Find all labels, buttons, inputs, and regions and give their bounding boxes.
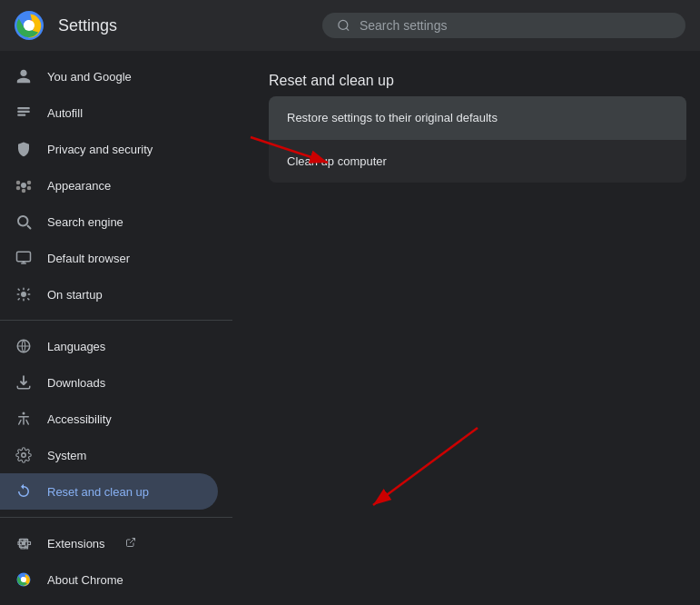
sidebar-divider bbox=[0, 320, 232, 321]
svg-point-14 bbox=[18, 216, 28, 226]
main-content: Reset and clean up Restore settings to t… bbox=[232, 51, 700, 605]
sidebar-item-search-engine[interactable]: Search engine bbox=[0, 203, 218, 240]
sidebar-item-about-chrome[interactable]: About Chrome bbox=[0, 561, 218, 598]
svg-point-22 bbox=[22, 453, 26, 458]
reset-cleanup-icon bbox=[15, 482, 33, 501]
svg-point-8 bbox=[21, 183, 26, 188]
sidebar-item-label: Autofill bbox=[47, 106, 83, 120]
svg-point-2 bbox=[24, 20, 35, 31]
svg-point-27 bbox=[21, 577, 26, 582]
svg-point-10 bbox=[27, 181, 32, 185]
about-chrome-icon bbox=[15, 570, 33, 589]
svg-rect-7 bbox=[17, 114, 25, 116]
languages-icon bbox=[15, 337, 33, 355]
appearance-icon bbox=[15, 176, 33, 194]
sidebar-item-downloads[interactable]: Downloads bbox=[0, 364, 218, 401]
sidebar-item-reset-cleanup[interactable]: Reset and clean up bbox=[0, 473, 218, 510]
sidebar-item-label: On startup bbox=[47, 288, 103, 302]
sidebar-item-you-and-google[interactable]: You and Google bbox=[0, 58, 218, 94]
extensions-icon bbox=[15, 534, 33, 552]
sidebar-item-accessibility[interactable]: Accessibility bbox=[0, 401, 218, 437]
sidebar-item-label: Downloads bbox=[47, 376, 105, 390]
privacy-security-icon bbox=[15, 140, 33, 158]
sidebar-item-privacy-security[interactable]: Privacy and security bbox=[0, 131, 218, 167]
chrome-logo bbox=[15, 11, 44, 40]
layout: You and GoogleAutofillPrivacy and securi… bbox=[0, 51, 700, 605]
search-icon bbox=[337, 18, 350, 33]
sidebar-item-label: Privacy and security bbox=[47, 143, 153, 156]
external-link-icon bbox=[125, 537, 136, 550]
sidebar-item-system[interactable]: System bbox=[0, 437, 218, 473]
search-input[interactable] bbox=[360, 18, 671, 33]
system-icon bbox=[15, 446, 33, 464]
search-engine-icon bbox=[15, 213, 33, 231]
downloads-icon bbox=[15, 373, 33, 392]
sidebar-item-label: Reset and clean up bbox=[47, 485, 149, 499]
svg-line-4 bbox=[346, 28, 349, 31]
svg-point-13 bbox=[27, 186, 32, 191]
on-startup-icon bbox=[15, 285, 33, 303]
submenu-card: Restore settings to their original defau… bbox=[269, 96, 686, 183]
svg-rect-5 bbox=[17, 107, 30, 109]
svg-point-9 bbox=[16, 181, 21, 185]
submenu-item-restore-defaults[interactable]: Restore settings to their original defau… bbox=[269, 96, 686, 140]
header: Settings bbox=[0, 0, 700, 51]
svg-rect-18 bbox=[23, 262, 25, 263]
sidebar-item-label: Search engine bbox=[47, 215, 123, 229]
sidebar-item-default-browser[interactable]: Default browser bbox=[0, 240, 218, 276]
svg-point-3 bbox=[339, 20, 348, 29]
svg-rect-6 bbox=[17, 111, 30, 113]
svg-line-31 bbox=[373, 428, 478, 505]
svg-rect-17 bbox=[21, 263, 26, 264]
sidebar: You and GoogleAutofillPrivacy and securi… bbox=[0, 51, 232, 605]
app-title: Settings bbox=[58, 16, 117, 35]
sidebar-item-languages[interactable]: Languages bbox=[0, 328, 218, 364]
sidebar-item-label: Languages bbox=[47, 340, 105, 353]
sidebar-item-label: Appearance bbox=[47, 179, 111, 193]
submenu-item-clean-up-computer[interactable]: Clean up computer bbox=[269, 140, 686, 183]
svg-point-12 bbox=[16, 186, 21, 191]
sidebar-item-label: You and Google bbox=[47, 70, 132, 84]
svg-point-11 bbox=[22, 189, 26, 193]
you-and-google-icon bbox=[15, 67, 33, 85]
sidebar-item-label: About Chrome bbox=[47, 573, 123, 587]
section-title: Reset and clean up bbox=[269, 73, 664, 89]
sidebar-divider bbox=[0, 517, 232, 518]
sidebar-item-autofill[interactable]: Autofill bbox=[0, 94, 218, 131]
svg-point-19 bbox=[21, 292, 26, 297]
sidebar-item-label: Accessibility bbox=[47, 412, 112, 426]
default-browser-icon bbox=[15, 249, 33, 267]
svg-rect-16 bbox=[17, 252, 31, 262]
svg-line-15 bbox=[28, 226, 31, 229]
autofill-icon bbox=[15, 104, 33, 122]
search-bar[interactable] bbox=[322, 13, 685, 38]
sidebar-item-on-startup[interactable]: On startup bbox=[0, 276, 218, 312]
svg-point-21 bbox=[23, 412, 25, 415]
sidebar-item-label: Default browser bbox=[47, 252, 130, 265]
accessibility-icon bbox=[15, 410, 33, 428]
svg-line-24 bbox=[130, 538, 135, 543]
sidebar-item-extensions[interactable]: Extensions bbox=[0, 525, 218, 561]
sidebar-item-appearance[interactable]: Appearance bbox=[0, 167, 218, 203]
sidebar-item-label: System bbox=[47, 449, 86, 462]
sidebar-item-label: Extensions bbox=[47, 537, 105, 550]
